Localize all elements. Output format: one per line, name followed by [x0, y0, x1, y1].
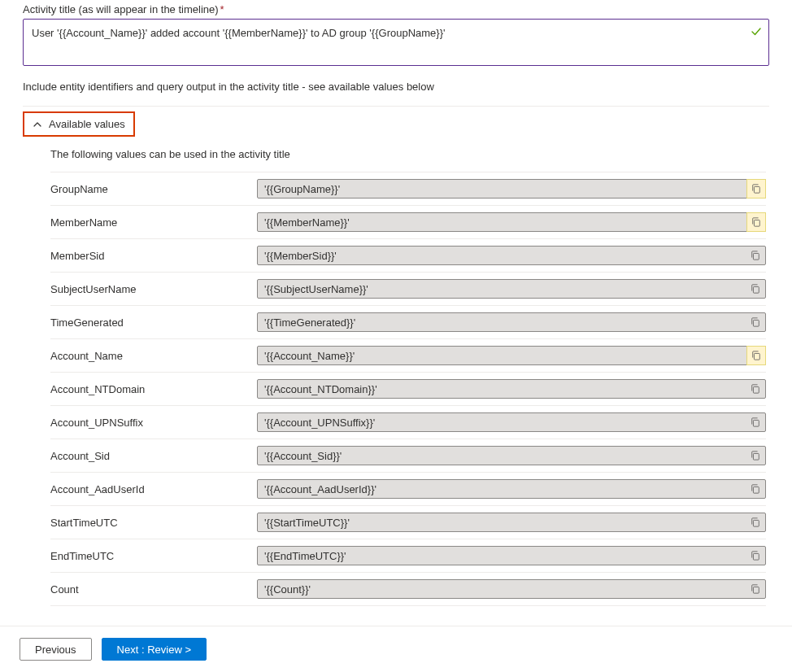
copy-icon[interactable] — [746, 480, 765, 498]
activity-title-label: Activity title (as will appear in the ti… — [23, 3, 769, 15]
available-value-token-text: '{{Account_NTDomain}}' — [264, 383, 746, 395]
available-value-token-input[interactable]: '{{Account_AadUserId}}' — [257, 479, 766, 499]
copy-icon[interactable] — [746, 313, 765, 331]
available-value-name: MemberName — [50, 216, 257, 229]
available-value-token-text: '{{TimeGenerated}}' — [264, 316, 746, 329]
copy-icon[interactable] — [746, 413, 765, 431]
available-value-token-text: '{{SubjectUserName}}' — [264, 283, 746, 295]
available-value-token-input[interactable]: '{{StartTimeUTC}}' — [257, 513, 766, 532]
activity-title-input[interactable]: User '{{Account_Name}}' added account '{… — [23, 19, 769, 66]
svg-rect-0 — [754, 186, 759, 193]
available-value-token-text: '{{GroupName}}' — [264, 183, 746, 195]
available-value-name: Account_UPNSuffix — [50, 417, 257, 429]
available-value-token-text: '{{StartTimeUTC}}' — [264, 517, 746, 529]
available-value-row: GroupName'{{GroupName}}' — [50, 172, 766, 205]
copy-icon[interactable] — [746, 179, 766, 199]
available-value-row: TimeGenerated'{{TimeGenerated}}' — [50, 305, 766, 338]
available-value-row: MemberSid'{{MemberSid}}' — [50, 238, 766, 272]
copy-icon[interactable] — [746, 212, 766, 232]
available-value-row: EndTimeUTC'{{EndTimeUTC}}' — [50, 539, 766, 572]
svg-rect-9 — [753, 487, 759, 493]
available-value-name: MemberSid — [50, 250, 257, 262]
form-scroll-area[interactable]: Activity title (as will appear in the ti… — [0, 0, 792, 626]
svg-rect-2 — [753, 253, 759, 260]
required-indicator: * — [220, 3, 224, 15]
svg-rect-1 — [754, 220, 759, 226]
svg-rect-3 — [753, 286, 759, 293]
available-value-name: TimeGenerated — [50, 316, 257, 329]
available-value-name: Count — [50, 583, 257, 596]
svg-rect-11 — [753, 553, 759, 560]
copy-icon[interactable] — [746, 447, 765, 465]
wizard-footer: Previous Next : Review > — [0, 626, 792, 672]
next-review-button[interactable]: Next : Review > — [102, 638, 207, 661]
section-separator — [23, 106, 769, 107]
available-values-list: GroupName'{{GroupName}}'MemberName'{{Mem… — [50, 172, 766, 606]
available-value-name: Account_Sid — [50, 450, 257, 462]
available-value-token-input[interactable]: '{{Account_NTDomain}}' — [257, 379, 766, 399]
available-value-token-input[interactable]: '{{Account_Sid}}' — [257, 446, 766, 465]
available-value-token-text: '{{Account_Name}}' — [264, 350, 746, 362]
available-value-token-input[interactable]: '{{MemberName}}' — [257, 212, 766, 232]
available-value-name: SubjectUserName — [50, 283, 257, 295]
available-value-row: Account_Name'{{Account_Name}}' — [50, 338, 766, 372]
available-value-token-input[interactable]: '{{MemberSid}}' — [257, 246, 766, 265]
available-value-name: Account_Name — [50, 350, 257, 362]
svg-rect-10 — [753, 520, 759, 526]
svg-rect-6 — [753, 386, 759, 393]
available-value-name: Account_NTDomain — [50, 383, 257, 395]
helper-text: Include entity identifiers and query out… — [23, 81, 769, 93]
available-values-body: The following values can be used in the … — [23, 148, 769, 606]
copy-icon[interactable] — [746, 380, 765, 398]
available-value-row: MemberName'{{MemberName}}' — [50, 205, 766, 238]
available-value-row: StartTimeUTC'{{StartTimeUTC}}' — [50, 505, 766, 539]
available-value-row: SubjectUserName'{{SubjectUserName}}' — [50, 272, 766, 305]
available-value-row: Account_Sid'{{Account_Sid}}' — [50, 439, 766, 472]
previous-button[interactable]: Previous — [20, 638, 92, 661]
available-value-row: Account_AadUserId'{{Account_AadUserId}}' — [50, 472, 766, 505]
available-value-row: Count'{{Count}}' — [50, 572, 766, 606]
copy-icon[interactable] — [746, 280, 765, 298]
available-values-subtitle: The following values can be used in the … — [50, 148, 766, 160]
available-value-token-input[interactable]: '{{Account_UPNSuffix}}' — [257, 412, 766, 432]
copy-icon[interactable] — [746, 547, 765, 565]
copy-icon[interactable] — [746, 247, 765, 264]
available-value-name: EndTimeUTC — [50, 550, 257, 562]
validation-check-icon — [751, 26, 762, 37]
svg-rect-12 — [753, 587, 759, 593]
available-values-header-text: Available values — [49, 118, 125, 130]
copy-icon[interactable] — [746, 513, 765, 531]
copy-icon[interactable] — [746, 580, 765, 598]
svg-rect-4 — [753, 320, 759, 326]
available-value-name: StartTimeUTC — [50, 517, 257, 529]
available-value-token-text: '{{Account_AadUserId}}' — [264, 483, 746, 495]
available-value-token-text: '{{EndTimeUTC}}' — [264, 550, 746, 562]
available-value-token-text: '{{Account_Sid}}' — [264, 450, 746, 462]
available-value-token-text: '{{Count}}' — [264, 583, 746, 596]
available-value-token-text: '{{MemberSid}}' — [264, 250, 746, 262]
svg-rect-5 — [754, 353, 759, 360]
available-value-token-text: '{{MemberName}}' — [264, 216, 746, 229]
available-value-name: Account_AadUserId — [50, 483, 257, 495]
available-value-token-input[interactable]: '{{SubjectUserName}}' — [257, 279, 766, 299]
svg-rect-7 — [753, 420, 759, 426]
available-value-row: Account_UPNSuffix'{{Account_UPNSuffix}}' — [50, 405, 766, 439]
available-value-token-input[interactable]: '{{Count}}' — [257, 579, 766, 599]
available-value-token-input[interactable]: '{{Account_Name}}' — [257, 346, 766, 365]
available-value-token-text: '{{Account_UPNSuffix}}' — [264, 417, 746, 429]
available-value-row: Account_NTDomain'{{Account_NTDomain}}' — [50, 372, 766, 405]
available-value-name: GroupName — [50, 183, 257, 195]
available-value-token-input[interactable]: '{{EndTimeUTC}}' — [257, 546, 766, 565]
copy-icon[interactable] — [746, 346, 766, 365]
available-value-token-input[interactable]: '{{GroupName}}' — [257, 179, 766, 199]
activity-title-value: User '{{Account_Name}}' added account '{… — [32, 26, 741, 41]
chevron-up-icon — [33, 120, 42, 129]
available-values-toggle[interactable]: Available values — [23, 111, 135, 137]
available-value-token-input[interactable]: '{{TimeGenerated}}' — [257, 312, 766, 332]
svg-rect-8 — [753, 453, 759, 460]
